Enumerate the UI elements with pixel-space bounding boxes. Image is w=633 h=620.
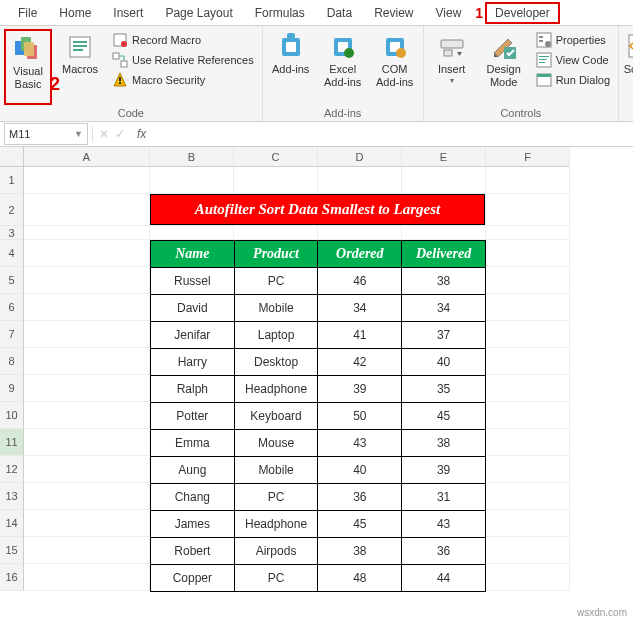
macro-security-button[interactable]: Macro Security (108, 71, 258, 89)
table-row[interactable]: ChangPC3631 (151, 484, 486, 511)
row-header[interactable]: 13 (0, 483, 24, 510)
table-cell[interactable]: 38 (318, 538, 402, 565)
macros-button[interactable]: Macros (56, 29, 104, 105)
row-header[interactable]: 6 (0, 294, 24, 321)
row-header[interactable]: 16 (0, 564, 24, 591)
row-header[interactable]: 7 (0, 321, 24, 348)
tab-home[interactable]: Home (49, 2, 101, 24)
table-cell[interactable]: 48 (318, 565, 402, 592)
table-row[interactable]: RobertAirpods3836 (151, 538, 486, 565)
col-header[interactable]: A (24, 147, 150, 167)
table-cell[interactable]: PC (234, 565, 318, 592)
table-cell[interactable]: 43 (402, 511, 486, 538)
table-cell[interactable]: Robert (151, 538, 235, 565)
table-cell[interactable]: 38 (402, 430, 486, 457)
row-header[interactable]: 4 (0, 240, 24, 267)
col-header[interactable]: D (318, 147, 402, 167)
table-cell[interactable]: 39 (402, 457, 486, 484)
table-row[interactable]: CopperPC4844 (151, 565, 486, 592)
table-cell[interactable]: 36 (318, 484, 402, 511)
row-header[interactable]: 15 (0, 537, 24, 564)
row-header[interactable]: 2 (0, 194, 24, 226)
table-cell[interactable]: 38 (402, 268, 486, 295)
col-header[interactable]: C (234, 147, 318, 167)
select-all-corner[interactable] (0, 147, 24, 167)
fx-button[interactable]: fx (131, 127, 152, 141)
table-row[interactable]: JamesHeadphone4543 (151, 511, 486, 538)
table-cell[interactable]: James (151, 511, 235, 538)
tab-developer[interactable]: Developer (485, 2, 560, 24)
table-cell[interactable]: Headphone (234, 376, 318, 403)
tab-insert[interactable]: Insert (103, 2, 153, 24)
row-header[interactable]: 3 (0, 226, 24, 240)
table-cell[interactable]: 45 (402, 403, 486, 430)
col-header[interactable]: F (486, 147, 570, 167)
tab-formulas[interactable]: Formulas (245, 2, 315, 24)
tab-view[interactable]: View (426, 2, 472, 24)
table-cell[interactable]: Mouse (234, 430, 318, 457)
table-cell[interactable]: Jenifar (151, 322, 235, 349)
table-row[interactable]: EmmaMouse4338 (151, 430, 486, 457)
row-header[interactable]: 1 (0, 167, 24, 194)
table-cell[interactable]: 42 (318, 349, 402, 376)
table-cell[interactable]: Chang (151, 484, 235, 511)
table-row[interactable]: AungMobile4039 (151, 457, 486, 484)
table-cell[interactable]: Laptop (234, 322, 318, 349)
col-header[interactable]: B (150, 147, 234, 167)
table-cell[interactable]: 40 (318, 457, 402, 484)
table-cell[interactable]: 41 (318, 322, 402, 349)
table-cell[interactable]: 44 (402, 565, 486, 592)
row-header[interactable]: 8 (0, 348, 24, 375)
table-cell[interactable]: Desktop (234, 349, 318, 376)
table-cell[interactable]: Aung (151, 457, 235, 484)
table-row[interactable]: HarryDesktop4240 (151, 349, 486, 376)
table-cell[interactable]: PC (234, 484, 318, 511)
table-row[interactable]: DavidMobile3434 (151, 295, 486, 322)
use-relative-button[interactable]: Use Relative References (108, 51, 258, 69)
run-dialog-button[interactable]: Run Dialog (532, 71, 614, 89)
table-cell[interactable]: Harry (151, 349, 235, 376)
table-cell[interactable]: David (151, 295, 235, 322)
name-box[interactable]: M11 ▼ (4, 123, 88, 145)
addins-button[interactable]: Add-ins (267, 29, 315, 105)
name-box-dropdown-icon[interactable]: ▼ (74, 129, 83, 139)
col-header[interactable]: E (402, 147, 486, 167)
table-cell[interactable]: 50 (318, 403, 402, 430)
table-row[interactable]: RusselPC4638 (151, 268, 486, 295)
table-cell[interactable]: PC (234, 268, 318, 295)
row-header[interactable]: 14 (0, 510, 24, 537)
table-cell[interactable]: 36 (402, 538, 486, 565)
confirm-icon[interactable]: ✓ (115, 127, 125, 141)
tab-data[interactable]: Data (317, 2, 362, 24)
table-row[interactable]: JenifarLaptop4137 (151, 322, 486, 349)
table-cell[interactable]: Headphone (234, 511, 318, 538)
row-header[interactable]: 9 (0, 375, 24, 402)
row-header[interactable]: 10 (0, 402, 24, 429)
excel-addins-button[interactable]: Excel Add-ins (319, 29, 367, 105)
visual-basic-button[interactable]: Visual Basic (4, 29, 52, 105)
tab-review[interactable]: Review (364, 2, 423, 24)
insert-controls-button[interactable]: Insert ▾ (428, 29, 476, 105)
table-cell[interactable]: Copper (151, 565, 235, 592)
table-cell[interactable]: Mobile (234, 295, 318, 322)
properties-button[interactable]: Properties (532, 31, 614, 49)
tab-page-layout[interactable]: Page Layout (155, 2, 242, 24)
cancel-icon[interactable]: ✕ (99, 127, 109, 141)
table-cell[interactable]: 34 (402, 295, 486, 322)
record-macro-button[interactable]: Record Macro (108, 31, 258, 49)
formula-input[interactable] (158, 126, 633, 142)
data-table[interactable]: Name Product Ordered Delivered RusselPC4… (150, 240, 486, 592)
table-cell[interactable]: Russel (151, 268, 235, 295)
row-header[interactable]: 11 (0, 429, 24, 456)
source-button[interactable]: Sourc (623, 29, 633, 117)
table-cell[interactable]: 34 (318, 295, 402, 322)
table-cell[interactable]: Mobile (234, 457, 318, 484)
row-header[interactable]: 12 (0, 456, 24, 483)
table-cell[interactable]: Airpods (234, 538, 318, 565)
table-cell[interactable]: 39 (318, 376, 402, 403)
table-cell[interactable]: Keyboard (234, 403, 318, 430)
table-cell[interactable]: Emma (151, 430, 235, 457)
table-cell[interactable]: 40 (402, 349, 486, 376)
table-cell[interactable]: 37 (402, 322, 486, 349)
table-cell[interactable]: Ralph (151, 376, 235, 403)
